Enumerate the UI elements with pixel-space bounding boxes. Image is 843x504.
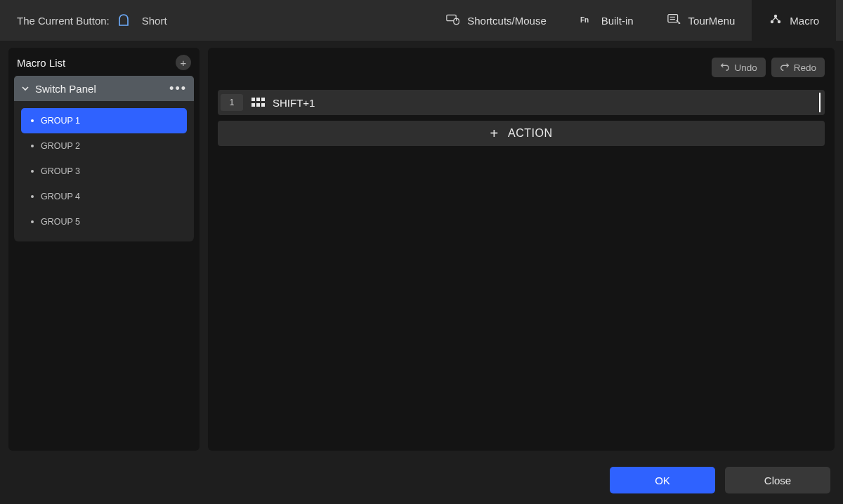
group-item[interactable]: GROUP 5 (21, 209, 187, 234)
plus-icon: + (181, 58, 187, 68)
bullet-icon (31, 220, 34, 223)
add-macro-button[interactable]: + (176, 55, 191, 70)
sidebar-header: Macro List + (8, 48, 200, 76)
macro-panel-header[interactable]: Switch Panel ••• (14, 76, 194, 101)
group-item[interactable]: GROUP 2 (21, 133, 187, 159)
keyboard-mouse-icon (446, 13, 460, 28)
svg-rect-10 (251, 98, 255, 101)
macro-sidebar: Macro List + Switch Panel ••• GROUP 1GRO… (8, 48, 200, 451)
macro-panel: Switch Panel ••• GROUP 1GROUP 2GROUP 3GR… (14, 76, 194, 241)
group-item[interactable]: GROUP 4 (21, 184, 187, 209)
bullet-icon (31, 119, 34, 122)
ok-button[interactable]: OK (610, 467, 715, 493)
svg-point-7 (774, 14, 777, 17)
ok-label: OK (655, 475, 670, 486)
action-row-index: 1 (221, 94, 243, 111)
redo-icon (780, 62, 790, 74)
tab-label: Macro (790, 15, 819, 27)
top-bar: The Current Button: Short Shortcuts/Mous… (0, 0, 843, 41)
macro-editor: Undo Redo 1 SHIFT+1 + ACTION (208, 48, 835, 451)
sidebar-title: Macro List (17, 57, 65, 69)
group-item-label: GROUP 4 (41, 192, 80, 201)
tab-label: TourMenu (688, 15, 736, 27)
macro-icon (769, 13, 783, 28)
redo-label: Redo (794, 62, 816, 73)
tab-label: Shortcuts/Mouse (467, 15, 547, 27)
group-list: GROUP 1GROUP 2GROUP 3GROUP 4GROUP 5 (14, 101, 194, 236)
current-button-value: Short (142, 15, 167, 27)
current-button-indicator: The Current Button: Short (17, 13, 167, 27)
text-cursor (819, 93, 821, 112)
bullet-icon (31, 195, 34, 198)
chevron-down-icon (21, 84, 30, 93)
dialog-footer: OK Close (0, 456, 843, 504)
tab-shortcuts-mouse[interactable]: Shortcuts/Mouse (429, 0, 563, 41)
svg-rect-11 (256, 98, 260, 101)
undo-redo-toolbar: Undo Redo (712, 58, 825, 77)
group-item-label: GROUP 5 (41, 217, 80, 227)
more-options-button[interactable]: ••• (169, 81, 187, 96)
svg-rect-12 (261, 98, 265, 101)
svg-point-9 (778, 20, 780, 22)
svg-text:Fn: Fn (580, 15, 589, 23)
add-action-label: ACTION (508, 127, 552, 140)
close-label: Close (764, 475, 791, 486)
tab-label: Built-in (601, 15, 634, 27)
bullet-icon (31, 145, 34, 147)
group-item[interactable]: GROUP 3 (21, 159, 187, 184)
button-shape-icon (117, 13, 131, 27)
bullet-icon (31, 170, 34, 173)
close-button[interactable]: Close (725, 467, 830, 493)
group-item-label: GROUP 2 (41, 141, 80, 151)
action-row-label: SHIFT+1 (273, 97, 315, 109)
svg-point-8 (771, 20, 773, 22)
svg-rect-14 (256, 103, 260, 107)
fn-icon: Fn (580, 13, 594, 28)
tab-builtin[interactable]: Fn Built-in (563, 0, 651, 41)
undo-icon (720, 62, 730, 74)
tab-macro[interactable]: Macro (752, 0, 836, 41)
redo-button[interactable]: Redo (771, 58, 825, 77)
svg-rect-4 (668, 14, 678, 22)
action-list: 1 SHIFT+1 + ACTION (218, 90, 825, 146)
macro-panel-title: Switch Panel (35, 83, 169, 95)
keyboard-icon (251, 98, 266, 107)
current-button-label: The Current Button: (17, 15, 110, 27)
undo-label: Undo (734, 62, 757, 73)
tab-tourmenu[interactable]: TourMenu (651, 0, 752, 41)
undo-button[interactable]: Undo (712, 58, 765, 77)
svg-rect-15 (261, 103, 265, 107)
svg-rect-13 (251, 103, 255, 107)
work-area: Macro List + Switch Panel ••• GROUP 1GRO… (0, 41, 843, 456)
add-action-button[interactable]: + ACTION (218, 121, 825, 146)
main-tabs: Shortcuts/Mouse Fn Built-in TourMenu Mac… (429, 0, 836, 41)
action-row[interactable]: 1 SHIFT+1 (218, 90, 825, 115)
tourmenu-icon (667, 13, 681, 28)
plus-icon: + (490, 126, 498, 140)
group-item[interactable]: GROUP 1 (21, 108, 187, 133)
group-item-label: GROUP 3 (41, 166, 80, 176)
group-item-label: GROUP 1 (41, 116, 80, 126)
